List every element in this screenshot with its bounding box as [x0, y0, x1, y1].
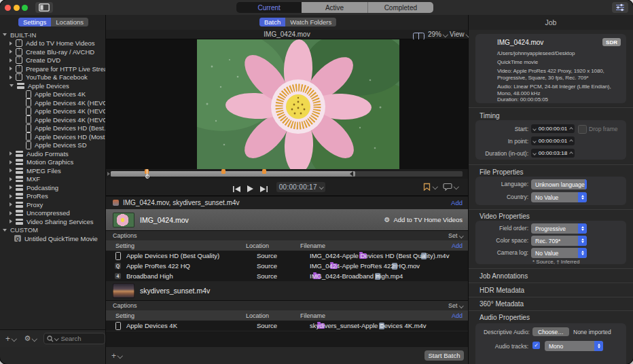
search-input[interactable]: [59, 334, 101, 343]
annotation-menu-button[interactable]: [443, 183, 458, 191]
captions-set-dropdown[interactable]: Set: [448, 302, 463, 309]
tree-section-built-in[interactable]: BUILT-IN: [0, 31, 105, 39]
timeline-marker-icon[interactable]: [262, 169, 266, 174]
tree-group-mxf[interactable]: MXF: [0, 175, 105, 184]
tab-watch-folders[interactable]: Watch Folders: [285, 18, 336, 26]
chevron-expanded-icon[interactable]: [10, 84, 14, 87]
tree-group-motion-graphics[interactable]: Motion Graphics: [0, 158, 105, 167]
tree-item-create-bluray[interactable]: Create Blu-ray / AVCHD: [0, 48, 105, 56]
hdr-metadata-section[interactable]: HDR Metadata: [480, 287, 524, 294]
start-timecode-stepper[interactable]: 00:00:00:01: [531, 124, 575, 133]
chevron-expanded-icon[interactable]: [3, 33, 7, 36]
captions-set-dropdown[interactable]: Set: [448, 232, 463, 239]
timecode-field[interactable]: 00:00:00:17: [276, 182, 325, 192]
tree-item-apple-devices-sd[interactable]: Apple Devices SD: [0, 141, 105, 150]
audio-track-popup[interactable]: Mono: [545, 341, 603, 351]
tab-locations[interactable]: Locations: [51, 18, 88, 26]
video-preview[interactable]: [106, 39, 468, 169]
timeline-scrubber[interactable]: [106, 169, 468, 179]
tree-item-http-live[interactable]: Prepare for HTTP Live Strea…: [0, 65, 105, 73]
minimize-window-button[interactable]: [14, 5, 20, 11]
chevron-collapsed-icon[interactable]: [10, 202, 12, 206]
tree-item-apple-devices-4k-hevc-2[interactable]: Apple Devices 4K (HEVC…: [0, 107, 105, 116]
tree-item-apple-devices-4k[interactable]: Apple Devices 4K: [0, 90, 105, 99]
chevron-down-icon[interactable]: [32, 336, 37, 342]
tree-section-custom[interactable]: CUSTOM: [0, 226, 105, 235]
chevron-down-icon[interactable]: [12, 336, 17, 342]
chevron-up-icon[interactable]: [569, 127, 573, 131]
chevron-collapsed-icon[interactable]: [10, 194, 12, 198]
tree-group-proxy[interactable]: Proxy: [0, 200, 105, 209]
tab-completed[interactable]: Completed: [368, 2, 433, 13]
country-popup[interactable]: No Value: [531, 192, 587, 202]
in-point-stepper[interactable]: 00:00:00:01: [531, 136, 575, 145]
next-frame-button[interactable]: [259, 183, 268, 196]
gear-button[interactable]: ⚙: [24, 335, 31, 342]
tree-item-create-dvd[interactable]: Create DVD: [0, 56, 105, 65]
out-point-marker-icon[interactable]: [350, 171, 353, 177]
chevron-down-icon[interactable]: [117, 353, 123, 359]
tree-item-add-to-tv[interactable]: Add to TV Home Videos: [0, 39, 105, 48]
chevron-collapsed-icon[interactable]: [10, 168, 12, 172]
job-action[interactable]: ⚙ Add to TV Home Videos: [384, 216, 463, 223]
duration-stepper[interactable]: 00:00:03:18: [531, 149, 575, 158]
camera-log-popup[interactable]: No Value: [531, 248, 587, 258]
chevron-collapsed-icon[interactable]: [10, 211, 12, 215]
chevron-collapsed-icon[interactable]: [10, 219, 12, 223]
tree-group-mpeg-files[interactable]: MPEG Files: [0, 166, 105, 175]
add-output-link[interactable]: Add: [451, 199, 463, 206]
close-window-button[interactable]: [5, 5, 11, 11]
chevron-collapsed-icon[interactable]: [10, 177, 12, 181]
chevron-collapsed-icon[interactable]: [10, 41, 12, 46]
tree-item-apple-devices-4k-hevc-1[interactable]: Apple Devices 4K (HEVC…: [0, 98, 105, 107]
chevron-down-icon[interactable]: [532, 151, 537, 156]
play-button[interactable]: [246, 183, 254, 196]
timeline-marker-icon[interactable]: [221, 169, 225, 174]
tab-current[interactable]: Current: [236, 2, 302, 13]
tree-group-audio-formats[interactable]: Audio Formats: [0, 149, 105, 158]
chevron-expanded-icon[interactable]: [3, 229, 7, 232]
chevron-collapsed-icon[interactable]: [10, 58, 12, 62]
chevron-down-icon[interactable]: [54, 336, 58, 340]
tree-group-prores[interactable]: ProRes: [0, 192, 105, 201]
language-popup[interactable]: Unknown language: [531, 179, 587, 189]
chevron-collapsed-icon[interactable]: [10, 67, 12, 71]
job-annotations-section[interactable]: Job Annotations: [480, 272, 528, 280]
chevron-down-icon[interactable]: [532, 127, 537, 131]
tree-item-apple-devices-hd-best[interactable]: Apple Devices HD (Best…: [0, 124, 105, 133]
tree-group-video-sharing[interactable]: Video Sharing Services: [0, 217, 105, 226]
chevron-up-icon[interactable]: [569, 151, 573, 156]
marker-menu-button[interactable]: [422, 183, 437, 191]
tree-item-youtube-facebook[interactable]: YouTube & Facebook: [0, 73, 105, 82]
chevron-up-icon[interactable]: [569, 139, 573, 143]
360-metadata-section[interactable]: 360° Metadata: [480, 300, 524, 308]
job-row-img-0424[interactable]: IMG_0424.mov ⚙ Add to TV Home Videos: [106, 209, 468, 230]
sidebar-toggle-button[interactable]: [35, 2, 53, 13]
view-dropdown[interactable]: View: [450, 31, 470, 38]
output-row[interactable]: Apple Devices HD (Best Quality) Source I…: [106, 251, 468, 261]
drop-frame-checkbox[interactable]: [578, 125, 587, 134]
zoom-window-button[interactable]: [22, 5, 28, 11]
tree-item-apple-devices-4k-hevc-3[interactable]: Apple Devices 4K (HEVC…: [0, 115, 105, 124]
prev-frame-button[interactable]: [232, 183, 241, 196]
add-setting-button[interactable]: +: [5, 335, 10, 343]
choose-audio-button[interactable]: Choose…: [532, 327, 569, 336]
tree-item-untitled-quicktime[interactable]: QUntitled QuickTime Movie: [0, 234, 105, 243]
zoom-dropdown[interactable]: 29%: [428, 31, 448, 38]
search-field[interactable]: [43, 333, 105, 344]
add-job-button[interactable]: +: [111, 352, 116, 360]
chevron-down-icon[interactable]: [532, 139, 537, 143]
field-order-popup[interactable]: Progressive: [531, 223, 587, 234]
output-row[interactable]: 4 Broadband High Source IMG_0424-Broadba…: [106, 271, 468, 282]
output-row[interactable]: Apple Devices 4K Source skydivers_sunset…: [106, 321, 468, 331]
start-batch-button[interactable]: Start Batch: [424, 350, 464, 361]
inspector-toggle-button[interactable]: [612, 2, 628, 13]
chevron-collapsed-icon[interactable]: [10, 185, 12, 189]
tree-group-podcasting[interactable]: Podcasting: [0, 183, 105, 192]
color-space-popup[interactable]: Rec. 709*: [531, 236, 587, 246]
output-row[interactable]: Q Apple ProRes 422 HQ Source IMG_0424-Ap…: [106, 261, 468, 272]
tab-active[interactable]: Active: [302, 2, 367, 13]
chevron-collapsed-icon[interactable]: [10, 50, 12, 54]
timeline-outside-range[interactable]: [355, 171, 463, 177]
add-output-link[interactable]: Add: [452, 312, 463, 319]
